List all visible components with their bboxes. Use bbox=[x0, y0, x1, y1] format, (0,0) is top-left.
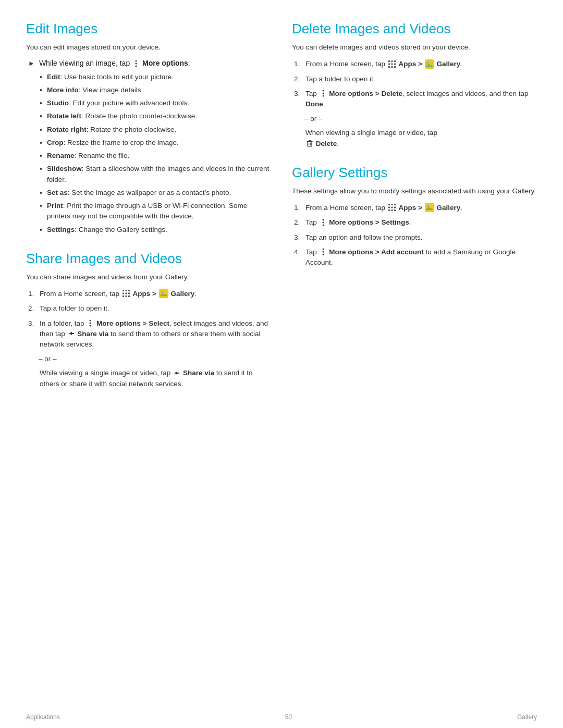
step-number: 3. bbox=[294, 89, 305, 99]
more-options-icon bbox=[320, 248, 327, 255]
delete-icon bbox=[306, 140, 313, 147]
svg-point-32 bbox=[322, 95, 324, 97]
list-item: Rename: Rename the file. bbox=[39, 151, 271, 161]
share-icon bbox=[68, 330, 75, 337]
svg-rect-42 bbox=[391, 207, 393, 208]
svg-rect-27 bbox=[425, 59, 434, 69]
delete-steps-list: 1. From a Home screen, tap bbox=[294, 59, 537, 109]
svg-rect-44 bbox=[388, 209, 390, 211]
share-images-title: Share Images and Videos bbox=[26, 251, 271, 267]
list-item: 1. From a Home screen, tap bbox=[294, 203, 537, 213]
step-text: In a folder, tap More options > Select, … bbox=[40, 318, 271, 350]
edit-images-intro: You can edit images stored on your devic… bbox=[26, 42, 271, 53]
step-text: Tap a folder to open it. bbox=[40, 303, 109, 314]
more-options-icon bbox=[87, 319, 94, 327]
list-item: Set as: Set the image as wallpaper or as… bbox=[39, 188, 271, 198]
or-divider: – or – bbox=[304, 115, 537, 122]
step-text: Tap a folder to open it. bbox=[305, 74, 375, 84]
svg-rect-6 bbox=[123, 293, 124, 294]
step-text: Tap More options > Delete, select images… bbox=[305, 89, 537, 110]
list-item: Slideshow: Start a slideshow with the im… bbox=[39, 164, 271, 185]
svg-point-48 bbox=[427, 205, 429, 207]
gallery-steps-list: 1. From a Home screen, tap bbox=[294, 203, 537, 268]
delete-images-title: Delete Images and Videos bbox=[292, 21, 537, 37]
delete-label: Delete bbox=[316, 140, 337, 147]
edit-arrow-item: ► While viewing an image, tap More optio… bbox=[28, 59, 271, 67]
svg-rect-20 bbox=[394, 60, 396, 62]
apps-icon bbox=[388, 60, 396, 68]
svg-rect-19 bbox=[391, 60, 393, 62]
gallery-icon bbox=[425, 203, 434, 212]
step-number: 1. bbox=[294, 59, 305, 69]
list-item: Rotate left: Rotate the photo counter-cl… bbox=[39, 111, 271, 121]
apps-icon bbox=[122, 289, 130, 298]
edit-options-list: Edit: Use basic tools to edit your pictu… bbox=[39, 72, 271, 235]
svg-point-1 bbox=[136, 63, 137, 64]
step-text: Tap More options > Add account to add a … bbox=[305, 247, 537, 268]
step-text: Tap an option and follow the prompts. bbox=[305, 232, 422, 243]
svg-point-13 bbox=[161, 291, 163, 293]
svg-point-17 bbox=[90, 325, 91, 326]
gallery-settings-intro: These settings allow you to modify setti… bbox=[292, 186, 537, 196]
share-steps-list: 1. From a Home screen, tap bbox=[28, 289, 271, 350]
more-options-label: More options bbox=[142, 59, 188, 67]
share-via-label: Share via bbox=[77, 330, 108, 338]
list-item: 2. Tap a folder to open it. bbox=[294, 74, 537, 84]
or-divider: – or – bbox=[39, 355, 271, 363]
apps-icon bbox=[388, 203, 396, 212]
list-item: 3. Tap More options > Delete, select ima… bbox=[294, 89, 537, 110]
svg-rect-23 bbox=[394, 63, 396, 65]
gallery-label: Gallery bbox=[171, 290, 195, 298]
svg-point-0 bbox=[136, 60, 137, 61]
svg-point-30 bbox=[322, 90, 324, 92]
more-select-label: More options > Select bbox=[96, 319, 169, 327]
done-label: Done bbox=[305, 100, 323, 108]
svg-point-52 bbox=[322, 224, 324, 226]
svg-point-51 bbox=[322, 221, 324, 223]
more-options-icon bbox=[132, 60, 140, 67]
step-number: 2. bbox=[294, 74, 305, 84]
list-item: 3. In a folder, tap More options > Selec… bbox=[28, 318, 271, 350]
svg-rect-26 bbox=[394, 66, 396, 68]
gallery-label: Gallery bbox=[437, 204, 461, 212]
right-column: Delete Images and Videos You can delete … bbox=[292, 21, 537, 677]
list-item: Edit: Use basic tools to edit your pictu… bbox=[39, 72, 271, 82]
left-column: Edit Images You can edit images stored o… bbox=[26, 21, 271, 677]
svg-point-53 bbox=[322, 249, 324, 250]
svg-rect-41 bbox=[388, 207, 390, 208]
svg-rect-45 bbox=[391, 209, 393, 211]
gallery-label: Gallery bbox=[437, 60, 461, 68]
step-text: From a Home screen, tap bbox=[305, 59, 462, 69]
step-number: 2. bbox=[294, 217, 305, 228]
step-number: 3. bbox=[294, 232, 305, 243]
more-add-account-label: More options > Add account bbox=[329, 248, 423, 256]
list-item: 1. From a Home screen, tap bbox=[294, 59, 537, 69]
step-number: 3. bbox=[28, 318, 40, 329]
list-item: More info: View image details. bbox=[39, 85, 271, 95]
more-delete-label: More options > Delete bbox=[329, 90, 402, 97]
gallery-icon bbox=[159, 289, 168, 298]
step-number: 4. bbox=[294, 247, 305, 257]
svg-rect-7 bbox=[125, 293, 127, 294]
svg-rect-38 bbox=[388, 204, 390, 205]
svg-rect-8 bbox=[128, 293, 130, 294]
footer-page-number: 50 bbox=[285, 713, 292, 721]
share-icon bbox=[173, 369, 180, 377]
more-options-icon bbox=[320, 219, 327, 226]
footer: Applications 50 Gallery bbox=[0, 708, 563, 728]
more-settings-label: More options > Settings bbox=[329, 218, 409, 226]
svg-rect-46 bbox=[394, 209, 396, 211]
svg-rect-24 bbox=[388, 66, 390, 68]
svg-rect-5 bbox=[128, 290, 130, 291]
step-text: From a Home screen, tap bbox=[305, 203, 462, 213]
list-item: 4. Tap More options > Add account to add… bbox=[294, 247, 537, 268]
arrow-icon: ► bbox=[28, 59, 35, 67]
svg-point-31 bbox=[322, 93, 324, 94]
more-options-icon bbox=[320, 90, 327, 97]
svg-rect-10 bbox=[125, 295, 127, 297]
list-item: Studio: Edit your picture with advanced … bbox=[39, 98, 271, 108]
delete-alt-text: When viewing a single image or video, ta… bbox=[305, 128, 537, 149]
apps-label: Apps > bbox=[399, 60, 422, 68]
svg-rect-33 bbox=[308, 142, 312, 146]
list-item: 2. Tap More options > Settings. bbox=[294, 217, 537, 228]
